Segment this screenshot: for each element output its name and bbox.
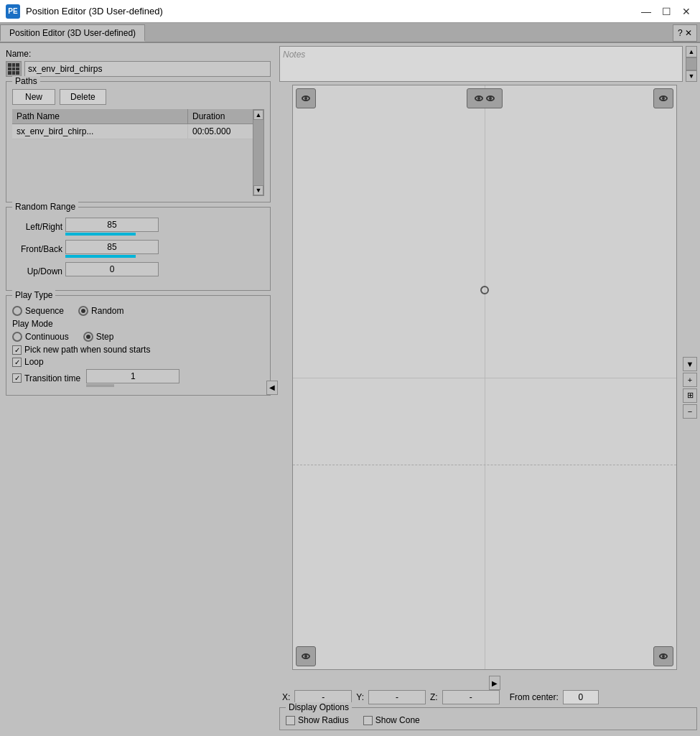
path-table-header: Path Name Duration xyxy=(12,109,253,124)
app-icon-text: PE xyxy=(8,7,17,15)
transition-label: Transition time xyxy=(24,373,80,383)
viewport-grid-btn[interactable]: ⊞ xyxy=(683,388,697,403)
path-row-duration: 00:05.000 xyxy=(188,124,253,139)
title-bar: PE Position Editor (3D User-defined) — ☐… xyxy=(0,0,700,23)
handle-bl-eye xyxy=(302,653,310,659)
viewport-bottom-arrow[interactable]: ▶ xyxy=(489,676,500,690)
dashed-hline xyxy=(293,465,676,465)
display-options-section: Display Options Show Radius Show Cone xyxy=(279,707,697,730)
handle-tl-eye xyxy=(302,96,310,101)
y-input[interactable] xyxy=(368,690,426,704)
window-controls: — ☐ ✕ xyxy=(638,4,694,19)
path-table-body: sx_env_bird_chirp... 00:05.000 xyxy=(12,124,253,196)
front-back-row: Front/Back xyxy=(12,240,264,258)
sequence-option[interactable]: Sequence xyxy=(12,306,64,316)
name-section: Name: xyxy=(6,49,271,77)
transition-checkbox[interactable] xyxy=(12,373,22,383)
path-row-name: sx_env_bird_chirp... xyxy=(12,124,188,139)
help-button[interactable]: ? ✕ xyxy=(673,24,697,42)
random-range-section: Random Range Left/Right Front/Back xyxy=(6,207,271,291)
corner-handle-tl xyxy=(296,88,316,108)
paths-section: Paths New Delete Path Name Duration sx_e… xyxy=(6,81,271,202)
handle-tl-graphic xyxy=(296,88,316,108)
scrollbar-down-button[interactable]: ▼ xyxy=(253,185,263,195)
sequence-radio[interactable] xyxy=(12,306,22,316)
step-radio-filled xyxy=(86,335,90,339)
path-row[interactable]: sx_env_bird_chirp... 00:05.000 xyxy=(12,124,253,139)
show-radius-label: Show Radius xyxy=(298,715,349,725)
play-mode-radio-row: Continuous Step xyxy=(12,332,264,342)
show-cone-label: Show Cone xyxy=(375,715,420,725)
grid-cell xyxy=(12,67,16,71)
notes-scroll-up[interactable]: ▲ xyxy=(686,46,697,57)
random-option[interactable]: Random xyxy=(78,306,123,316)
grid-lines xyxy=(293,85,676,669)
front-back-box xyxy=(65,240,159,258)
maximize-button[interactable]: ☐ xyxy=(658,4,674,19)
source-dot[interactable] xyxy=(480,286,489,294)
notes-scroll-track[interactable] xyxy=(686,57,697,70)
new-path-button[interactable]: New xyxy=(12,89,55,105)
step-option[interactable]: Step xyxy=(83,332,114,342)
notes-area: Notes ▲ ▼ xyxy=(279,46,697,82)
window-title: Position Editor (3D User-defined) xyxy=(26,6,638,17)
viewport-minus-btn[interactable]: − xyxy=(683,404,697,419)
scrollbar-track[interactable] xyxy=(253,120,263,185)
paths-scrollbar[interactable]: ▲ ▼ xyxy=(253,109,264,196)
close-button[interactable]: ✕ xyxy=(678,4,694,19)
sequence-label: Sequence xyxy=(25,306,64,316)
corner-handle-tr xyxy=(653,88,673,108)
path-name-header: Path Name xyxy=(12,109,188,124)
pick-new-path-checkbox[interactable] xyxy=(12,345,22,355)
continuous-option[interactable]: Continuous xyxy=(12,332,69,342)
viewport[interactable] xyxy=(292,85,677,670)
name-input[interactable] xyxy=(24,61,271,77)
grid-cell xyxy=(16,63,19,67)
z-label: Z: xyxy=(430,692,438,702)
scrollbar-up-button[interactable]: ▲ xyxy=(253,110,263,120)
notes-scroll-down[interactable]: ▼ xyxy=(686,70,697,82)
random-radio[interactable] xyxy=(78,306,88,316)
play-type-radio-row: Sequence Random xyxy=(12,306,264,316)
show-radius-checkbox[interactable] xyxy=(286,716,295,725)
viewport-plus-btn[interactable]: + xyxy=(683,373,697,387)
grid-cell xyxy=(16,71,19,75)
viewport-left-arrow[interactable]: ◀ xyxy=(266,381,278,395)
tab-position-editor[interactable]: Position Editor (3D User-defined) xyxy=(0,24,145,42)
up-down-input[interactable] xyxy=(65,262,159,276)
from-center-input[interactable] xyxy=(563,690,599,704)
grid-cell xyxy=(8,67,11,71)
viewport-scroll-up[interactable]: ▼ xyxy=(683,357,697,371)
loop-checkbox[interactable] xyxy=(12,358,22,367)
z-input[interactable] xyxy=(442,690,500,704)
x-label: X: xyxy=(282,692,290,702)
transition-input[interactable] xyxy=(86,369,179,383)
play-type-content: Sequence Random Play Mode Continuous xyxy=(12,306,264,387)
notes-box[interactable]: Notes xyxy=(279,46,683,82)
grid-cell xyxy=(8,71,11,75)
paths-section-title: Paths xyxy=(12,76,40,86)
name-input-row xyxy=(6,61,271,77)
up-down-label: Up/Down xyxy=(12,266,62,276)
step-radio[interactable] xyxy=(83,332,93,342)
front-back-input[interactable] xyxy=(65,240,159,254)
left-right-box xyxy=(65,218,159,236)
continuous-label: Continuous xyxy=(25,332,69,342)
front-back-bar xyxy=(65,255,136,258)
minimize-button[interactable]: — xyxy=(638,4,654,19)
show-radius-option[interactable]: Show Radius xyxy=(286,715,349,725)
mid-hline xyxy=(293,378,676,378)
continuous-radio[interactable] xyxy=(12,332,22,342)
viewport-right-buttons: ▼ + ⊞ − xyxy=(683,357,697,419)
handle-tc-eye-l xyxy=(475,96,483,101)
left-right-input[interactable] xyxy=(65,218,159,232)
show-cone-checkbox[interactable] xyxy=(363,716,373,725)
show-cone-option[interactable]: Show Cone xyxy=(363,715,420,725)
corner-handle-bl xyxy=(296,646,316,666)
delete-path-button[interactable]: Delete xyxy=(60,89,106,105)
corner-handle-br xyxy=(653,646,673,666)
app-icon: PE xyxy=(6,4,20,19)
tab-label: Position Editor (3D User-defined) xyxy=(9,28,136,38)
corner-handle-tc xyxy=(467,88,503,108)
handle-br-graphic xyxy=(653,646,673,666)
